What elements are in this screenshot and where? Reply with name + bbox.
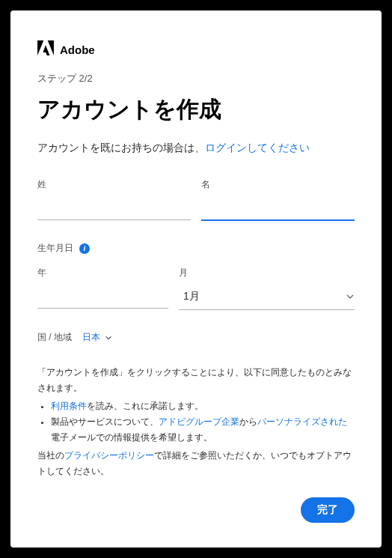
adobe-group-link[interactable]: アドビグループ企業 [159, 417, 239, 426]
done-button[interactable]: 完了 [301, 497, 355, 523]
adobe-logo-icon [37, 40, 54, 58]
region-row: 国 / 地域 日本 [37, 331, 355, 344]
region-label: 国 / 地域 [37, 331, 72, 344]
name-row: 姓 名 [37, 178, 355, 221]
info-icon[interactable]: i [79, 243, 90, 254]
month-select[interactable]: 1月 [179, 285, 355, 310]
brand-row: Adobe [37, 40, 355, 58]
dob-header: 生年月日 i [37, 242, 355, 255]
legal-bullet-terms: 利用条件を読み、これに承諾します。 [51, 398, 355, 414]
month-value: 1月 [179, 290, 200, 303]
last-name-label: 姓 [37, 178, 191, 191]
button-row: 完了 [37, 497, 355, 523]
existing-account-prompt: アカウントを既にお持ちの場合は、ログインしてください [37, 139, 355, 157]
dob-row: 年 月 1月 [37, 267, 355, 310]
legal-footer: 当社のプライバシーポリシーで詳細をご参照いただくか、いつでもオプトアウトしてくだ… [37, 448, 355, 480]
last-name-field: 姓 [37, 178, 191, 221]
login-link[interactable]: ログインしてください [205, 142, 310, 154]
year-label: 年 [37, 267, 168, 279]
legal-text: 「アカウントを作成」をクリックすることにより、以下に同意したものとみなされます。… [37, 365, 355, 479]
step-indicator: ステップ 2/2 [37, 72, 355, 85]
privacy-policy-link[interactable]: プライバシーポリシー [64, 451, 154, 460]
page-title: アカウントを作成 [37, 94, 355, 125]
terms-link[interactable]: 利用条件 [51, 401, 87, 410]
prompt-prefix: アカウントを既にお持ちの場合は、 [37, 142, 205, 154]
first-name-label: 名 [201, 178, 355, 191]
year-field: 年 [37, 267, 168, 310]
last-name-input[interactable] [37, 197, 191, 220]
chevron-down-icon [346, 292, 355, 301]
region-select[interactable]: 日本 [82, 331, 112, 344]
year-input[interactable] [37, 285, 168, 309]
month-field: 月 1月 [179, 267, 355, 310]
month-label: 月 [179, 267, 355, 279]
brand-name: Adobe [60, 43, 95, 56]
first-name-input[interactable] [201, 197, 355, 221]
dob-label: 生年月日 [37, 242, 73, 255]
legal-intro: 「アカウントを作成」をクリックすることにより、以下に同意したものとみなされます。 [37, 365, 355, 397]
region-value-text: 日本 [82, 331, 100, 344]
chevron-down-icon [105, 334, 112, 342]
legal-bullets: 利用条件を読み、これに承諾します。 製品やサービスについて、アドビグループ企業か… [37, 398, 355, 446]
legal-bullet-marketing: 製品やサービスについて、アドビグループ企業からパーソナライズされた電子メールでの… [51, 414, 355, 446]
personalized-link[interactable]: パーソナライズされた [257, 417, 347, 426]
first-name-field: 名 [201, 178, 355, 221]
signup-card: Adobe ステップ 2/2 アカウントを作成 アカウントを既にお持ちの場合は、… [10, 10, 382, 548]
